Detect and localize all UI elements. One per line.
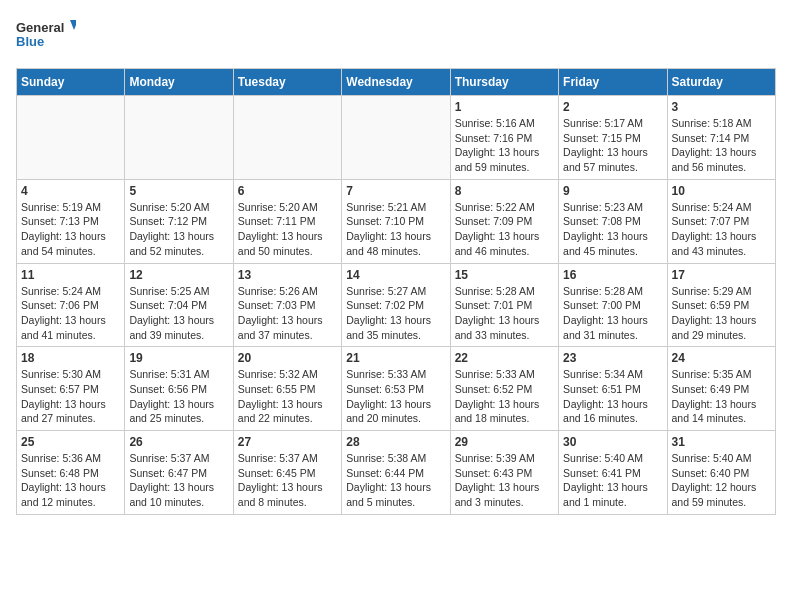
day-number: 23 (563, 351, 662, 365)
day-number: 2 (563, 100, 662, 114)
day-info: Sunrise: 5:16 AMSunset: 7:16 PMDaylight:… (455, 116, 554, 175)
svg-text:Blue: Blue (16, 34, 44, 49)
calendar-cell: 3Sunrise: 5:18 AMSunset: 7:14 PMDaylight… (667, 96, 775, 180)
calendar-cell: 21Sunrise: 5:33 AMSunset: 6:53 PMDayligh… (342, 347, 450, 431)
calendar-cell: 8Sunrise: 5:22 AMSunset: 7:09 PMDaylight… (450, 179, 558, 263)
calendar-cell (233, 96, 341, 180)
day-number: 7 (346, 184, 445, 198)
calendar-cell (125, 96, 233, 180)
svg-text:General: General (16, 20, 64, 35)
day-info: Sunrise: 5:40 AMSunset: 6:40 PMDaylight:… (672, 451, 771, 510)
calendar-cell: 13Sunrise: 5:26 AMSunset: 7:03 PMDayligh… (233, 263, 341, 347)
calendar-cell: 11Sunrise: 5:24 AMSunset: 7:06 PMDayligh… (17, 263, 125, 347)
calendar-cell: 19Sunrise: 5:31 AMSunset: 6:56 PMDayligh… (125, 347, 233, 431)
calendar-cell: 18Sunrise: 5:30 AMSunset: 6:57 PMDayligh… (17, 347, 125, 431)
calendar-week-5: 25Sunrise: 5:36 AMSunset: 6:48 PMDayligh… (17, 431, 776, 515)
logo-svg: General Blue (16, 16, 76, 56)
day-info: Sunrise: 5:36 AMSunset: 6:48 PMDaylight:… (21, 451, 120, 510)
calendar-cell: 7Sunrise: 5:21 AMSunset: 7:10 PMDaylight… (342, 179, 450, 263)
day-number: 6 (238, 184, 337, 198)
calendar-cell: 26Sunrise: 5:37 AMSunset: 6:47 PMDayligh… (125, 431, 233, 515)
day-info: Sunrise: 5:21 AMSunset: 7:10 PMDaylight:… (346, 200, 445, 259)
day-number: 30 (563, 435, 662, 449)
day-info: Sunrise: 5:19 AMSunset: 7:13 PMDaylight:… (21, 200, 120, 259)
day-number: 5 (129, 184, 228, 198)
day-number: 15 (455, 268, 554, 282)
calendar-cell: 23Sunrise: 5:34 AMSunset: 6:51 PMDayligh… (559, 347, 667, 431)
day-info: Sunrise: 5:29 AMSunset: 6:59 PMDaylight:… (672, 284, 771, 343)
logo: General Blue (16, 16, 76, 56)
day-info: Sunrise: 5:30 AMSunset: 6:57 PMDaylight:… (21, 367, 120, 426)
weekday-header-sunday: Sunday (17, 69, 125, 96)
day-number: 3 (672, 100, 771, 114)
weekday-header-monday: Monday (125, 69, 233, 96)
day-number: 19 (129, 351, 228, 365)
day-info: Sunrise: 5:34 AMSunset: 6:51 PMDaylight:… (563, 367, 662, 426)
calendar-cell: 14Sunrise: 5:27 AMSunset: 7:02 PMDayligh… (342, 263, 450, 347)
calendar-cell: 28Sunrise: 5:38 AMSunset: 6:44 PMDayligh… (342, 431, 450, 515)
calendar-table: SundayMondayTuesdayWednesdayThursdayFrid… (16, 68, 776, 515)
calendar-cell (342, 96, 450, 180)
calendar-cell: 9Sunrise: 5:23 AMSunset: 7:08 PMDaylight… (559, 179, 667, 263)
calendar-cell: 12Sunrise: 5:25 AMSunset: 7:04 PMDayligh… (125, 263, 233, 347)
day-info: Sunrise: 5:22 AMSunset: 7:09 PMDaylight:… (455, 200, 554, 259)
day-info: Sunrise: 5:24 AMSunset: 7:07 PMDaylight:… (672, 200, 771, 259)
calendar-cell: 20Sunrise: 5:32 AMSunset: 6:55 PMDayligh… (233, 347, 341, 431)
weekday-header-tuesday: Tuesday (233, 69, 341, 96)
day-number: 17 (672, 268, 771, 282)
day-number: 21 (346, 351, 445, 365)
calendar-cell: 10Sunrise: 5:24 AMSunset: 7:07 PMDayligh… (667, 179, 775, 263)
calendar-week-2: 4Sunrise: 5:19 AMSunset: 7:13 PMDaylight… (17, 179, 776, 263)
calendar-cell: 15Sunrise: 5:28 AMSunset: 7:01 PMDayligh… (450, 263, 558, 347)
calendar-cell: 17Sunrise: 5:29 AMSunset: 6:59 PMDayligh… (667, 263, 775, 347)
day-number: 14 (346, 268, 445, 282)
day-number: 4 (21, 184, 120, 198)
day-info: Sunrise: 5:31 AMSunset: 6:56 PMDaylight:… (129, 367, 228, 426)
day-info: Sunrise: 5:20 AMSunset: 7:12 PMDaylight:… (129, 200, 228, 259)
calendar-week-4: 18Sunrise: 5:30 AMSunset: 6:57 PMDayligh… (17, 347, 776, 431)
day-info: Sunrise: 5:32 AMSunset: 6:55 PMDaylight:… (238, 367, 337, 426)
day-info: Sunrise: 5:38 AMSunset: 6:44 PMDaylight:… (346, 451, 445, 510)
day-info: Sunrise: 5:40 AMSunset: 6:41 PMDaylight:… (563, 451, 662, 510)
day-info: Sunrise: 5:33 AMSunset: 6:53 PMDaylight:… (346, 367, 445, 426)
day-info: Sunrise: 5:28 AMSunset: 7:01 PMDaylight:… (455, 284, 554, 343)
weekday-header-friday: Friday (559, 69, 667, 96)
weekday-header-wednesday: Wednesday (342, 69, 450, 96)
day-number: 8 (455, 184, 554, 198)
calendar-cell: 6Sunrise: 5:20 AMSunset: 7:11 PMDaylight… (233, 179, 341, 263)
day-number: 20 (238, 351, 337, 365)
day-info: Sunrise: 5:33 AMSunset: 6:52 PMDaylight:… (455, 367, 554, 426)
day-info: Sunrise: 5:27 AMSunset: 7:02 PMDaylight:… (346, 284, 445, 343)
day-number: 24 (672, 351, 771, 365)
day-info: Sunrise: 5:39 AMSunset: 6:43 PMDaylight:… (455, 451, 554, 510)
calendar-cell: 30Sunrise: 5:40 AMSunset: 6:41 PMDayligh… (559, 431, 667, 515)
calendar-cell (17, 96, 125, 180)
day-info: Sunrise: 5:37 AMSunset: 6:47 PMDaylight:… (129, 451, 228, 510)
page-header: General Blue (16, 16, 776, 56)
calendar-cell: 24Sunrise: 5:35 AMSunset: 6:49 PMDayligh… (667, 347, 775, 431)
day-number: 12 (129, 268, 228, 282)
calendar-cell: 29Sunrise: 5:39 AMSunset: 6:43 PMDayligh… (450, 431, 558, 515)
day-number: 16 (563, 268, 662, 282)
weekday-header-thursday: Thursday (450, 69, 558, 96)
day-info: Sunrise: 5:17 AMSunset: 7:15 PMDaylight:… (563, 116, 662, 175)
day-number: 26 (129, 435, 228, 449)
day-info: Sunrise: 5:18 AMSunset: 7:14 PMDaylight:… (672, 116, 771, 175)
calendar-cell: 1Sunrise: 5:16 AMSunset: 7:16 PMDaylight… (450, 96, 558, 180)
calendar-cell: 2Sunrise: 5:17 AMSunset: 7:15 PMDaylight… (559, 96, 667, 180)
calendar-cell: 27Sunrise: 5:37 AMSunset: 6:45 PMDayligh… (233, 431, 341, 515)
day-number: 29 (455, 435, 554, 449)
day-number: 1 (455, 100, 554, 114)
weekday-header-row: SundayMondayTuesdayWednesdayThursdayFrid… (17, 69, 776, 96)
day-info: Sunrise: 5:25 AMSunset: 7:04 PMDaylight:… (129, 284, 228, 343)
svg-marker-2 (70, 20, 76, 30)
day-number: 28 (346, 435, 445, 449)
calendar-week-1: 1Sunrise: 5:16 AMSunset: 7:16 PMDaylight… (17, 96, 776, 180)
calendar-cell: 25Sunrise: 5:36 AMSunset: 6:48 PMDayligh… (17, 431, 125, 515)
day-number: 13 (238, 268, 337, 282)
day-info: Sunrise: 5:35 AMSunset: 6:49 PMDaylight:… (672, 367, 771, 426)
day-number: 22 (455, 351, 554, 365)
day-number: 27 (238, 435, 337, 449)
day-number: 25 (21, 435, 120, 449)
day-number: 31 (672, 435, 771, 449)
